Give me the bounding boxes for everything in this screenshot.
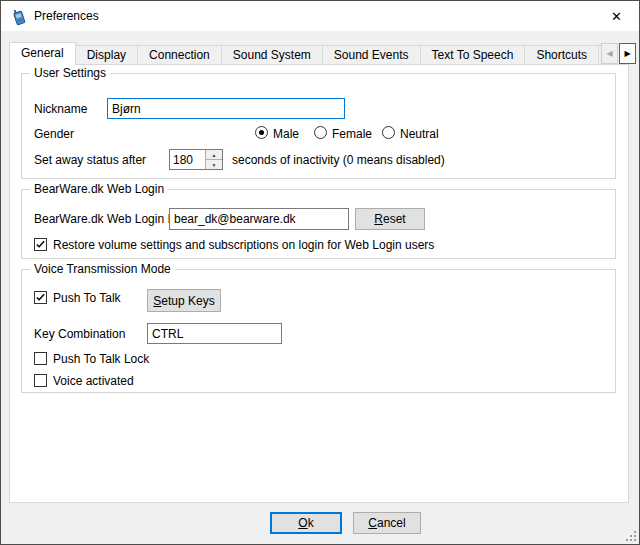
- tab-scroll-right-icon[interactable]: ▶: [619, 43, 636, 64]
- checkmark-icon: [35, 239, 46, 250]
- cancel-button[interactable]: Cancel: [353, 512, 421, 534]
- group-voice-transmission: Voice Transmission Mode Push To Talk Set…: [21, 269, 616, 393]
- away-status-suffix-label: seconds of inactivity (0 means disabled): [232, 153, 445, 167]
- group-user-settings-title: User Settings: [30, 66, 110, 80]
- nickname-input[interactable]: [107, 98, 345, 119]
- checkmark-icon: [35, 292, 46, 303]
- tab-strip: General Display Connection Sound System …: [9, 42, 601, 65]
- push-to-talk-lock-label[interactable]: Push To Talk Lock: [53, 352, 149, 366]
- push-to-talk-checkbox[interactable]: [34, 291, 47, 304]
- key-combination-label: Key Combination: [34, 327, 125, 341]
- restore-volume-checkbox[interactable]: [34, 238, 47, 251]
- web-login-id-label: BearWare.dk Web Login ID: [34, 212, 179, 226]
- tab-sound-system[interactable]: Sound System: [221, 45, 323, 64]
- gender-label: Gender: [34, 127, 74, 141]
- away-seconds-spinner[interactable]: ▲ ▼: [169, 149, 223, 170]
- gender-male-label[interactable]: Male: [273, 127, 299, 141]
- gender-neutral-radio[interactable]: [382, 126, 395, 139]
- gender-neutral-label[interactable]: Neutral: [400, 127, 439, 141]
- away-status-prefix-label: Set away status after: [34, 153, 146, 167]
- resize-grip[interactable]: [625, 530, 636, 541]
- spinner-down-icon[interactable]: ▼: [206, 160, 222, 169]
- tab-scroll-left-icon[interactable]: ◀: [601, 43, 618, 64]
- tab-general[interactable]: General: [9, 42, 76, 65]
- setup-keys-button[interactable]: Setup Keys: [147, 289, 221, 312]
- tab-sound-events[interactable]: Sound Events: [322, 45, 421, 64]
- push-to-talk-lock-checkbox[interactable]: [34, 352, 47, 365]
- nickname-label: Nickname: [34, 102, 87, 116]
- reset-button[interactable]: Reset: [355, 208, 425, 230]
- group-web-login: BearWare.dk Web Login BearWare.dk Web Lo…: [21, 189, 616, 259]
- window-title: Preferences: [34, 1, 99, 31]
- tab-text-to-speech[interactable]: Text To Speech: [420, 45, 526, 64]
- spinner-up-icon[interactable]: ▲: [206, 150, 222, 160]
- web-login-id-input[interactable]: [169, 208, 349, 230]
- voice-activated-label[interactable]: Voice activated: [53, 374, 134, 388]
- gender-female-radio[interactable]: [314, 126, 327, 139]
- preferences-dialog: Preferences ✕ General Display Connection…: [0, 0, 640, 545]
- voice-activated-checkbox[interactable]: [34, 374, 47, 387]
- group-voice-transmission-title: Voice Transmission Mode: [30, 262, 175, 276]
- ok-button[interactable]: Ok: [270, 512, 342, 534]
- gender-male-radio[interactable]: [255, 126, 268, 139]
- group-web-login-title: BearWare.dk Web Login: [30, 182, 168, 196]
- titlebar[interactable]: Preferences ✕: [1, 1, 639, 31]
- teamtalk-app-icon: [11, 8, 28, 25]
- close-icon[interactable]: ✕: [594, 1, 639, 31]
- tab-connection[interactable]: Connection: [137, 45, 222, 64]
- general-tab-page: User Settings Nickname Gender Male Femal…: [9, 64, 629, 503]
- tab-shortcuts[interactable]: Shortcuts: [524, 45, 599, 64]
- gender-female-label[interactable]: Female: [332, 127, 372, 141]
- restore-volume-label[interactable]: Restore volume settings and subscription…: [53, 238, 434, 252]
- tab-display[interactable]: Display: [75, 45, 138, 64]
- group-user-settings: User Settings Nickname Gender Male Femal…: [21, 73, 616, 179]
- away-seconds-input[interactable]: [170, 150, 205, 169]
- push-to-talk-label[interactable]: Push To Talk: [53, 291, 121, 305]
- key-combination-input[interactable]: [147, 323, 282, 344]
